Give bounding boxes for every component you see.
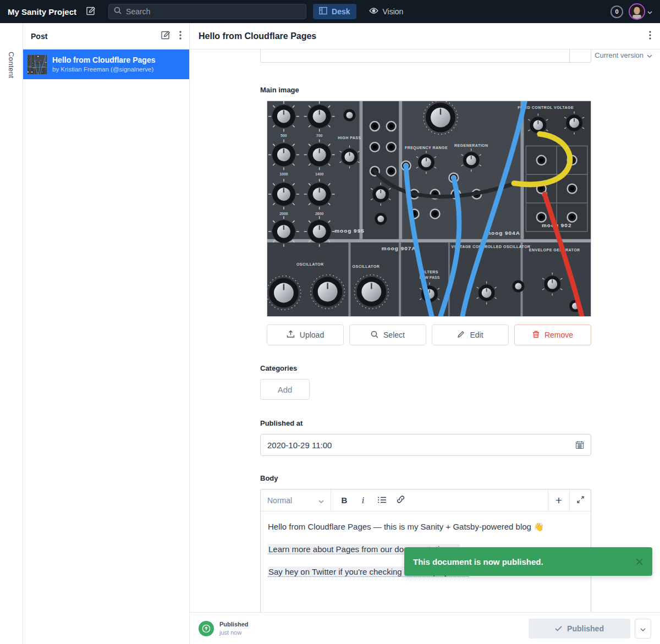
text-style-select[interactable]: Normal [261,489,331,511]
select-label: Select [383,331,405,339]
upload-icon [287,330,295,340]
document-subtitle: by Kristian Freeman (@signalnerve) [52,65,155,74]
kebab-menu-icon [179,31,182,42]
search-field[interactable] [108,4,306,19]
expand-icon [577,496,584,505]
tab-vision[interactable]: Vision [363,4,410,19]
document-title: Hello from Cloudflare Pages [52,55,155,65]
document-footer: Published just now Published [190,612,660,644]
published-at-input[interactable] [267,441,575,450]
body-paragraph: Hello from Cloudflare Pages — this is my… [268,521,584,533]
trash-icon [532,331,540,340]
editor-scroll-area: Current version Main image [190,49,660,612]
page-title: Hello from Cloudflare Pages [199,31,649,41]
main-image-preview[interactable] [267,101,591,317]
upload-label: Upload [300,331,324,339]
image-action-buttons: Upload Select [267,324,591,345]
bullet-list-button[interactable] [373,492,391,509]
chevron-down-icon [318,496,324,505]
select-button[interactable]: Select [349,324,426,345]
link-icon [397,496,405,505]
calendar-icon[interactable] [575,441,584,449]
published-at-label: Published at [260,419,591,427]
toast-message: This document is now published. [413,557,543,566]
document-list-pane: Post Hello from Cloudflare Pa [23,23,190,644]
publish-button[interactable]: Published [529,619,630,639]
search-input[interactable] [126,7,301,16]
categories-label: Categories [260,364,591,372]
list-item[interactable]: Hello from Cloudflare Pages by Kristian … [23,49,189,79]
kebab-menu-icon [649,31,651,42]
check-icon [555,624,562,633]
publish-time-text: just now [219,629,249,636]
edit-label: Edit [470,331,483,339]
link-button[interactable] [392,492,409,509]
compose-button[interactable] [83,4,98,19]
bullet-list-icon [378,496,386,505]
upload-button[interactable]: Upload [267,324,344,345]
italic-button[interactable]: i [354,492,372,509]
remove-button[interactable]: Remove [514,324,591,345]
version-selector[interactable]: Current version [595,51,652,59]
compose-icon [86,6,96,18]
close-icon[interactable] [635,558,644,566]
compose-icon [161,30,170,42]
add-category-button[interactable]: Add [260,379,310,400]
insert-block-button[interactable]: + [548,489,569,511]
text-style-value: Normal [267,496,292,505]
new-document-button[interactable] [161,30,170,42]
chevron-down-icon [647,7,652,16]
list-pane-header: Post [23,23,189,49]
project-title: My Sanity Project [8,7,76,16]
bold-button[interactable]: B [336,492,353,509]
chevron-down-icon [647,51,652,59]
desk-icon [319,7,327,16]
eye-icon [369,7,378,16]
tab-desk-label: Desk [332,7,350,16]
avatar [629,3,645,20]
tab-vision-label: Vision [383,7,404,16]
pane-menu-button[interactable] [179,31,182,42]
chevron-down-icon [640,624,646,634]
main-image-label: Main image [260,86,591,94]
publish-button-label: Published [567,624,604,633]
publish-menu-button[interactable] [635,619,651,639]
published-status-icon [199,621,214,636]
clipped-field-input[interactable] [260,49,591,63]
version-label: Current version [595,51,644,59]
body-label: Body [260,474,591,482]
pencil-icon [457,331,465,340]
editor-toolbar: Normal B i [261,489,591,511]
edit-button[interactable]: Edit [432,324,509,345]
editor-header: Hello from Cloudflare Pages [190,23,660,49]
publish-toast: This document is now published. [404,547,652,576]
published-at-field [260,434,591,456]
document-menu-button[interactable] [649,31,651,42]
fullscreen-button[interactable] [569,489,591,511]
search-icon [114,7,122,16]
document-thumbnail [28,55,47,74]
editor-pane: Hello from Cloudflare Pages Current vers… [190,23,660,644]
notification-badge[interactable]: 0 [610,5,623,18]
content-rail[interactable]: Content [0,23,23,644]
top-navbar: My Sanity Project Desk [0,0,660,23]
pane-title: Post [31,32,152,41]
tab-desk[interactable]: Desk [313,4,356,19]
search-icon [371,331,378,340]
remove-label: Remove [544,331,573,339]
user-menu[interactable] [629,3,652,20]
publish-status-text: Published [219,620,249,628]
content-rail-label: Content [7,52,15,78]
